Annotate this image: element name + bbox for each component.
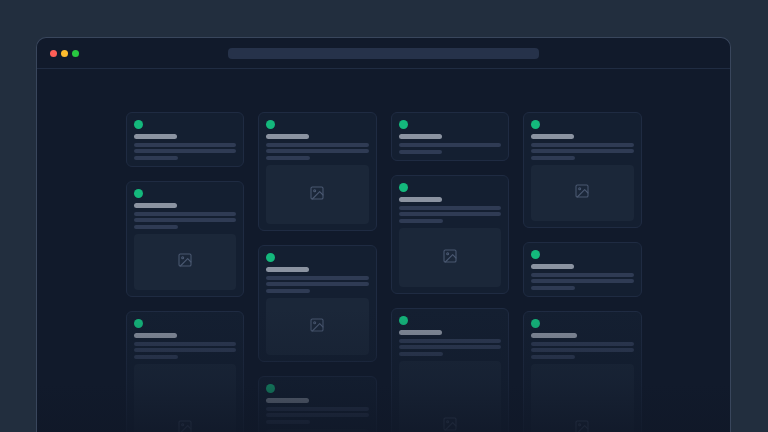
skeleton-line — [266, 282, 369, 286]
image-icon — [309, 185, 325, 205]
card[interactable] — [391, 308, 510, 432]
status-dot — [134, 120, 143, 129]
image-icon — [177, 419, 193, 432]
skeleton-line — [399, 352, 443, 356]
skeleton-line — [531, 279, 634, 283]
skeleton-title — [531, 134, 574, 139]
image-placeholder — [266, 298, 369, 355]
card[interactable] — [523, 112, 642, 228]
title-bar — [37, 38, 730, 69]
skeleton-title — [134, 203, 177, 208]
skeleton-line — [531, 348, 634, 352]
card[interactable] — [258, 112, 377, 231]
skeleton-line — [134, 225, 178, 229]
skeleton-line — [134, 149, 237, 153]
skeleton-line — [134, 218, 237, 222]
skeleton-title — [266, 398, 309, 403]
skeleton-line — [266, 289, 310, 293]
skeleton-line — [399, 219, 443, 223]
card[interactable] — [391, 175, 510, 294]
card[interactable] — [391, 112, 510, 161]
image-placeholder — [399, 361, 502, 432]
status-dot — [531, 250, 540, 259]
url-bar[interactable] — [228, 48, 539, 59]
page-content — [37, 112, 730, 432]
card[interactable] — [258, 376, 377, 432]
status-dot — [531, 319, 540, 328]
close-button[interactable] — [50, 50, 57, 57]
skeleton-line — [266, 276, 369, 280]
skeleton-line — [531, 355, 575, 359]
skeleton-line — [266, 156, 310, 160]
minimize-button[interactable] — [61, 50, 68, 57]
skeleton-line — [134, 342, 237, 346]
skeleton-title — [399, 134, 442, 139]
grid-column-3 — [391, 112, 510, 432]
image-icon — [574, 419, 590, 432]
skeleton-line — [266, 413, 369, 417]
status-dot — [266, 253, 275, 262]
image-placeholder — [134, 234, 237, 290]
skeleton-title — [134, 134, 177, 139]
grid-column-4 — [523, 112, 642, 432]
image-placeholder — [531, 364, 634, 432]
skeleton-line — [134, 143, 237, 147]
maximize-button[interactable] — [72, 50, 79, 57]
skeleton-line — [134, 212, 237, 216]
skeleton-line — [266, 420, 310, 424]
skeleton-title — [531, 264, 574, 269]
status-dot — [134, 319, 143, 328]
image-placeholder — [531, 165, 634, 221]
status-dot — [399, 120, 408, 129]
card[interactable] — [126, 112, 245, 167]
skeleton-line — [531, 342, 634, 346]
card[interactable] — [523, 242, 642, 297]
skeleton-title — [531, 333, 577, 338]
skeleton-line — [399, 212, 502, 216]
image-icon — [177, 252, 193, 272]
grid-column-1 — [126, 112, 245, 432]
status-dot — [399, 316, 408, 325]
skeleton-line — [134, 355, 178, 359]
skeleton-title — [134, 333, 177, 338]
skeleton-line — [399, 150, 442, 154]
card-grid — [126, 112, 642, 432]
card[interactable] — [258, 245, 377, 362]
status-dot — [399, 183, 408, 192]
status-dot — [266, 384, 275, 393]
traffic-lights — [50, 50, 79, 57]
card[interactable] — [126, 181, 245, 297]
skeleton-line — [399, 345, 502, 349]
skeleton-line — [266, 407, 369, 411]
card[interactable] — [523, 311, 642, 432]
grid-column-2 — [258, 112, 377, 432]
skeleton-line — [531, 286, 575, 290]
skeleton-line — [399, 143, 502, 147]
status-dot — [266, 120, 275, 129]
skeleton-title — [399, 330, 442, 335]
skeleton-title — [266, 267, 309, 272]
skeleton-line — [266, 143, 369, 147]
skeleton-line — [531, 156, 575, 160]
skeleton-title — [266, 134, 309, 139]
skeleton-line — [399, 206, 502, 210]
image-icon — [442, 416, 458, 432]
skeleton-line — [531, 149, 634, 153]
status-dot — [531, 120, 540, 129]
skeleton-line — [266, 149, 369, 153]
status-dot — [134, 189, 143, 198]
image-placeholder — [134, 364, 237, 432]
skeleton-line — [531, 273, 634, 277]
card[interactable] — [126, 311, 245, 432]
skeleton-line — [134, 156, 178, 160]
skeleton-line — [134, 348, 237, 352]
skeleton-line — [399, 339, 502, 343]
image-icon — [442, 248, 458, 268]
browser-window — [36, 37, 731, 432]
image-icon — [574, 183, 590, 203]
image-icon — [309, 317, 325, 337]
skeleton-line — [531, 143, 634, 147]
skeleton-title — [399, 197, 442, 202]
image-placeholder — [399, 228, 502, 287]
image-placeholder — [266, 165, 369, 224]
